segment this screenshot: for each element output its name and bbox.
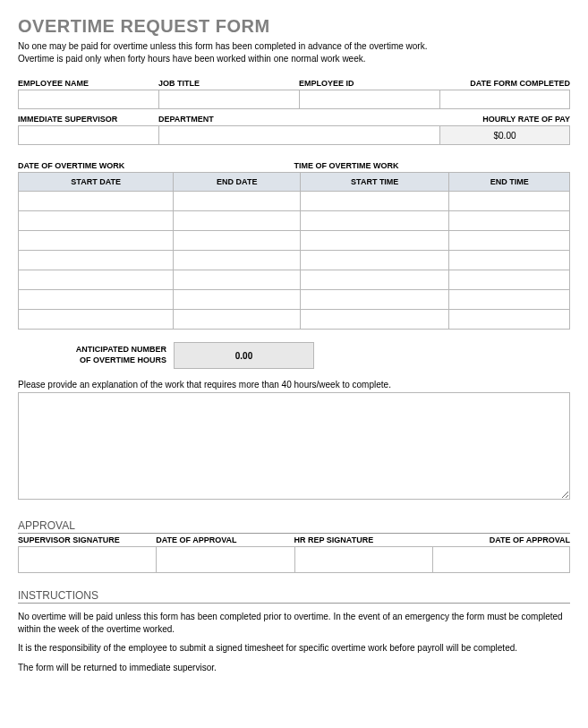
approval-date1-label: DATE OF APPROVAL <box>156 535 294 546</box>
date-completed-label: DATE FORM COMPLETED <box>439 79 570 90</box>
employee-name-input[interactable] <box>18 90 158 109</box>
col-end-date: END DATE <box>174 173 301 192</box>
col-start-date: START DATE <box>19 173 174 192</box>
table-row[interactable] <box>19 290 570 310</box>
supervisor-sig-label: SUPERVISOR SIGNATURE <box>18 535 156 546</box>
date-ot-header: DATE OF OVERTIME WORK <box>18 161 294 170</box>
table-row[interactable] <box>19 231 570 251</box>
department-label: DEPARTMENT <box>158 115 439 125</box>
instructions-p2: It is the responsibility of the employee… <box>18 642 570 655</box>
approval-date2-input[interactable] <box>432 546 570 573</box>
ot-super-headers: DATE OF OVERTIME WORK TIME OF OVERTIME W… <box>18 161 570 170</box>
hr-sig-label: HR REP SIGNATURE <box>294 535 432 546</box>
job-title-input[interactable] <box>158 90 299 109</box>
anticipated-label-1: ANTICIPATED NUMBER <box>76 345 166 354</box>
approval-row: SUPERVISOR SIGNATURE DATE OF APPROVAL HR… <box>18 535 570 573</box>
time-ot-header: TIME OF OVERTIME WORK <box>294 161 571 170</box>
anticipated-block: ANTICIPATED NUMBER OF OVERTIME HOURS 0.0… <box>18 342 570 369</box>
anticipated-label-2: OF OVERTIME HOURS <box>80 355 166 364</box>
intro-line-2: Overtime is paid only when forty hours h… <box>18 54 366 64</box>
instructions-p3: The form will be returned to immediate s… <box>18 662 570 674</box>
approval-date2-label: DATE OF APPROVAL <box>432 535 570 546</box>
explanation-label: Please provide an explanation of the wor… <box>18 380 570 390</box>
hourly-rate-label: HOURLY RATE OF PAY <box>439 115 570 125</box>
overtime-table: START DATE END DATE START TIME END TIME <box>18 172 570 330</box>
instructions-heading: INSTRUCTIONS <box>18 589 570 604</box>
col-start-time: START TIME <box>301 173 449 192</box>
intro-line-1: No one may be paid for overtime unless t… <box>18 41 427 51</box>
anticipated-label: ANTICIPATED NUMBER OF OVERTIME HOURS <box>18 345 174 365</box>
supervisor-input[interactable] <box>18 125 158 145</box>
explanation-input[interactable] <box>18 392 570 500</box>
supervisor-sig-input[interactable] <box>18 546 156 573</box>
job-title-label: JOB TITLE <box>158 79 299 90</box>
instructions-p1: No overtime will be paid unless this for… <box>18 611 570 635</box>
approval-heading: APPROVAL <box>18 519 570 534</box>
approval-date1-input[interactable] <box>156 546 294 573</box>
supervisor-label: IMMEDIATE SUPERVISOR <box>18 115 158 125</box>
employee-id-input[interactable] <box>299 90 439 109</box>
intro-text: No one may be paid for overtime unless t… <box>18 40 570 64</box>
table-row[interactable] <box>19 310 570 330</box>
employee-row-2: IMMEDIATE SUPERVISOR DEPARTMENT HOURLY R… <box>18 115 570 145</box>
table-row[interactable] <box>19 211 570 231</box>
hr-sig-input[interactable] <box>294 546 432 573</box>
table-row[interactable] <box>19 251 570 270</box>
page-title: OVERTIME REQUEST FORM <box>18 16 570 37</box>
date-completed-input[interactable] <box>439 90 570 109</box>
hourly-rate-value: $0.00 <box>439 125 570 145</box>
employee-name-label: EMPLOYEE NAME <box>18 79 158 90</box>
employee-id-label: EMPLOYEE ID <box>299 79 439 90</box>
anticipated-value: 0.00 <box>174 342 314 369</box>
col-end-time: END TIME <box>449 173 570 192</box>
table-row[interactable] <box>19 270 570 290</box>
table-row[interactable] <box>19 192 570 211</box>
employee-row-1: EMPLOYEE NAME JOB TITLE EMPLOYEE ID DATE… <box>18 79 570 109</box>
department-input[interactable] <box>158 125 439 145</box>
